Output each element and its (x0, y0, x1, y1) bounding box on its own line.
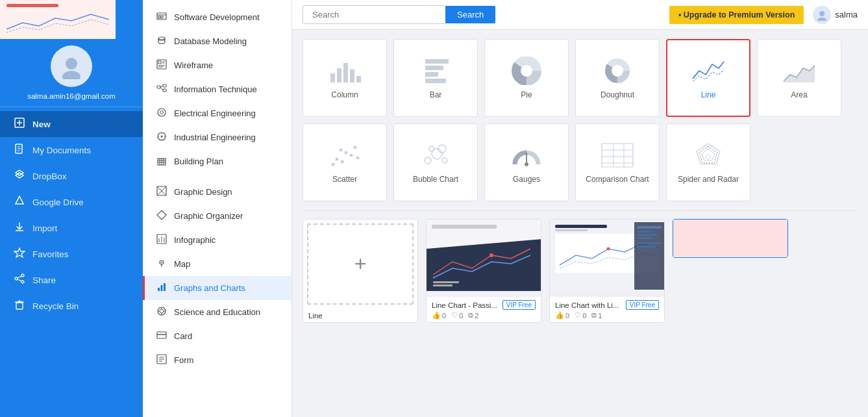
sidebar-item-my-documents[interactable]: My Documents (0, 137, 143, 163)
chart-type-line[interactable]: Line (666, 39, 750, 117)
sidebar-item-dropbox[interactable]: DropBox (0, 163, 143, 189)
chart-label-area: Area (791, 90, 807, 99)
svg-point-105 (354, 146, 357, 149)
template-line-chart-passi[interactable]: Line Chart - Passi... VIP Free 👍 0 ♡ 0 ⧉… (426, 219, 541, 323)
industrial-icon (156, 131, 167, 144)
menu-label: Wireframe (174, 60, 213, 70)
username-display: salma (835, 10, 858, 19)
sidebar-label-dropbox: DropBox (32, 171, 67, 181)
svg-rect-132 (555, 229, 588, 231)
new-icon (13, 117, 26, 131)
menu-item-science-and-education[interactable]: Science and Education (143, 300, 291, 324)
topbar: Search • Upgrade to Premium Version salm… (292, 0, 868, 30)
sidebar-label-docs: My Documents (32, 145, 91, 155)
svg-point-98 (613, 66, 622, 75)
chart-type-area[interactable]: Area (757, 39, 841, 117)
svg-rect-138 (637, 234, 658, 236)
menu-item-wireframe[interactable]: Wireframe (143, 53, 291, 77)
menu-item-electrical-engineering[interactable]: Electrical Engineering (143, 101, 291, 125)
sidebar-item-share[interactable]: Share (0, 267, 143, 293)
menu-item-graphic-design[interactable]: Graphic Design (143, 180, 291, 204)
chart-type-spider[interactable]: Spider and Radar (666, 123, 750, 201)
svg-rect-141 (637, 246, 656, 247)
chart-type-scatter[interactable]: Scatter (303, 123, 387, 201)
menu-item-information-technique[interactable]: Information Technique (143, 77, 291, 101)
sidebar-label-gdrive: Google Drive (32, 197, 84, 207)
search-button[interactable]: Search (445, 6, 495, 23)
menu-label: Graphic Design (174, 187, 232, 197)
graphic-design-icon (156, 186, 167, 198)
svg-marker-14 (14, 248, 25, 257)
svg-rect-129 (433, 284, 453, 286)
svg-point-111 (438, 145, 446, 153)
menu-label: Database Modeling (174, 36, 247, 46)
template-preview-pink (673, 220, 787, 257)
share-icon (13, 273, 26, 287)
menu-item-infographic[interactable]: Infographic (143, 228, 291, 252)
svg-point-102 (345, 151, 348, 155)
menu-item-industrial-engineering[interactable]: Industrial Engineering (143, 125, 291, 149)
svg-point-103 (350, 154, 353, 157)
template-partial-pink[interactable] (673, 219, 788, 258)
template-name-blank: Line (308, 312, 323, 320)
sidebar-item-import[interactable]: Import (0, 215, 143, 241)
blank-template-preview: + (307, 223, 414, 305)
chart-type-grid: Column Bar (303, 39, 858, 201)
chart-type-gauges[interactable]: Gauges (484, 123, 569, 201)
vip-badge-li: VIP Free (626, 300, 659, 310)
svg-marker-122 (706, 154, 711, 159)
sidebar-item-new[interactable]: New (0, 111, 143, 137)
chart-type-doughnut[interactable]: Doughnut (575, 39, 660, 117)
svg-rect-114 (602, 144, 633, 167)
chart-type-comparison[interactable]: Comparison Chart (575, 123, 660, 201)
google-drive-icon (13, 195, 26, 209)
svg-rect-61 (158, 238, 160, 242)
info-tech-icon (156, 83, 167, 95)
upgrade-button[interactable]: • Upgrade to Premium Version (669, 6, 804, 24)
menu-item-building-plan[interactable]: Building Plan (143, 149, 291, 173)
sidebar-item-favorites[interactable]: Favorites (0, 241, 143, 267)
svg-point-113 (525, 162, 528, 166)
menu-item-card[interactable]: Card (143, 324, 291, 348)
electrical-icon (156, 107, 167, 120)
svg-rect-88 (425, 59, 449, 64)
template-name-passi: Line Chart - Passi... (432, 301, 497, 309)
chart-label-doughnut: Doughnut (601, 90, 634, 99)
svg-rect-20 (16, 303, 23, 309)
menu-item-graphic-organizer[interactable]: Graphic Organizer (143, 204, 291, 228)
chart-type-column[interactable]: Column (303, 39, 387, 117)
menu-label: Graphs and Charts (174, 283, 245, 293)
menu-label: Electrical Engineering (174, 108, 256, 118)
svg-rect-89 (425, 66, 443, 70)
chart-type-bar[interactable]: Bar (393, 39, 478, 117)
menu-item-map[interactable]: Map (143, 252, 291, 276)
template-line-chart-li[interactable]: Line Chart with Li... VIP Free 👍 0 ♡ 0 ⧉… (549, 219, 665, 323)
menu-item-software-development[interactable]: Software Development (143, 5, 291, 29)
svg-point-49 (161, 136, 163, 138)
svg-point-100 (336, 158, 339, 161)
science-icon (156, 306, 167, 318)
template-new-blank[interactable]: + Line (303, 219, 418, 323)
svg-rect-28 (161, 16, 163, 18)
svg-point-106 (356, 157, 360, 160)
svg-point-82 (817, 18, 826, 21)
user-email: salma.amin16@gmail.com (27, 92, 116, 100)
svg-rect-86 (350, 70, 354, 82)
menu-item-form[interactable]: Form (143, 348, 291, 372)
menu-item-database-modeling[interactable]: Database Modeling (143, 29, 291, 53)
menu-item-graphs-and-charts[interactable]: Graphs and Charts (143, 276, 291, 300)
sidebar: edraw max salma.amin16@gmail.com New (0, 0, 143, 417)
vip-badge-passi: VIP Free (502, 300, 536, 310)
svg-point-42 (158, 108, 166, 116)
dropdown-panel: Software Development Database Modeling W… (143, 0, 292, 417)
menu-label: Industrial Engineering (174, 133, 256, 142)
svg-point-43 (160, 111, 164, 114)
chart-label-column: Column (331, 90, 358, 99)
chart-type-bubble[interactable]: Bubble Chart (393, 123, 478, 201)
svg-point-107 (425, 157, 431, 164)
sidebar-item-recycle[interactable]: Recycle Bin (0, 293, 143, 319)
search-input[interactable] (303, 5, 445, 24)
chart-type-pie[interactable]: Pie (484, 39, 569, 117)
svg-marker-59 (157, 210, 166, 220)
sidebar-item-google-drive[interactable]: Google Drive (0, 189, 143, 215)
